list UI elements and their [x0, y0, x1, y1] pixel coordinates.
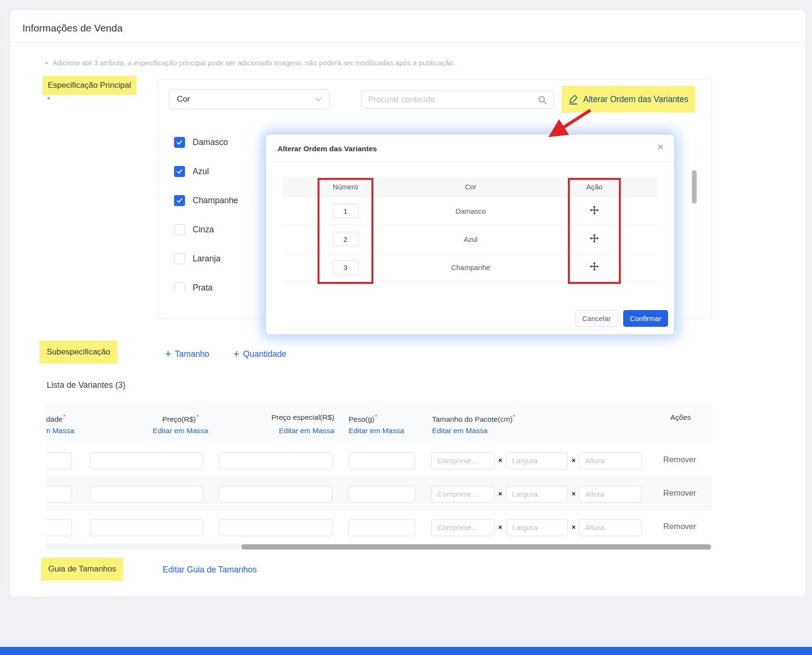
quantity-input[interactable]	[46, 452, 72, 469]
column-header-peso: Peso(g)*	[349, 413, 377, 424]
confirm-button[interactable]: Confirmar	[623, 310, 668, 327]
price-input[interactable]	[90, 486, 203, 503]
column-label: Peso(g)	[349, 415, 374, 423]
spec-option-laranja[interactable]: Laranja	[174, 253, 220, 264]
length-input[interactable]	[431, 519, 494, 536]
plus-icon: +	[233, 349, 239, 359]
move-icon[interactable]	[590, 206, 599, 215]
order-number-input[interactable]	[333, 260, 359, 274]
remove-button[interactable]: Remover	[663, 522, 696, 531]
special-price-input[interactable]	[219, 519, 333, 536]
quantity-input[interactable]	[46, 519, 72, 536]
special-price-input[interactable]	[219, 486, 333, 503]
checkbox-checked[interactable]	[174, 195, 185, 206]
size-guide-label: Guia de Tamanhos	[41, 558, 123, 581]
reorder-row: Champanhe	[283, 253, 658, 281]
table-header-row: Número Cor Ação	[283, 177, 658, 197]
quantity-input[interactable]	[46, 486, 72, 503]
spec-type-select[interactable]: Cor	[169, 89, 330, 109]
price-input[interactable]	[90, 452, 203, 469]
height-input[interactable]	[579, 452, 642, 469]
column-header-acao: Ação	[568, 183, 621, 191]
add-tamanho-link[interactable]: + Tamanho	[165, 349, 209, 359]
horizontal-scrollbar[interactable]	[46, 544, 712, 550]
spec-option-damasco[interactable]: Damasco	[174, 137, 228, 148]
vertical-scrollbar[interactable]	[692, 170, 697, 204]
weight-input[interactable]	[349, 486, 415, 503]
search-input[interactable]	[368, 95, 538, 104]
reorder-variants-label: Alterar Ordem das Variantes	[583, 94, 688, 104]
checkbox-unchecked[interactable]	[174, 253, 185, 264]
bottom-bar	[0, 647, 812, 655]
color-cell: Azul	[373, 235, 568, 243]
reorder-row: Damasco	[283, 197, 658, 225]
dimension-separator: ×	[498, 457, 502, 464]
cancel-button[interactable]: Cancelar	[576, 310, 617, 327]
bulk-edit-preco-especial[interactable]: Editar em Massa	[277, 426, 334, 435]
spec-option-azul[interactable]: Azul	[174, 166, 209, 177]
spec-option-prata[interactable]: Prata	[174, 282, 213, 291]
page-title: Informações de Venda	[22, 22, 123, 34]
column-label: Tamanho do Pacote(cm)	[432, 415, 513, 423]
main-spec-label: Especificação Principal	[42, 76, 136, 95]
close-icon[interactable]: ×	[657, 141, 664, 153]
page: Informações de Venda •Adicione até 3 atr…	[0, 0, 812, 655]
bulk-edit-peso[interactable]: Editar em Massa	[349, 426, 404, 435]
width-input[interactable]	[506, 519, 568, 536]
column-header-cor: Cor	[373, 183, 568, 191]
required-asterisk: *	[47, 96, 50, 104]
column-header-tamanho-pacote: Tamanho do Pacote(cm)*	[432, 413, 515, 424]
spec-option-cinza[interactable]: Cinza	[174, 224, 214, 235]
order-number-input[interactable]	[333, 232, 359, 246]
required-asterisk: *	[63, 413, 65, 420]
move-icon[interactable]	[590, 234, 599, 243]
add-quantidade-label: Quantidade	[243, 349, 287, 359]
width-input[interactable]	[506, 486, 568, 503]
reorder-table-body: DamascoAzulChampanhe	[283, 197, 658, 281]
edit-size-guide-link[interactable]: Editar Guia de Tamanhos	[163, 565, 257, 575]
checkbox-checked[interactable]	[174, 137, 185, 148]
column-header-preco: Preço(R$)*	[151, 413, 210, 424]
drag-handle[interactable]	[568, 234, 621, 244]
remove-button[interactable]: Remover	[663, 489, 696, 498]
column-header-numero: Número	[318, 183, 373, 191]
reorder-modal: Alterar Ordem das Variantes × Número Cor…	[266, 135, 674, 334]
remove-button[interactable]: Remover	[663, 455, 696, 465]
variant-row: ××Remover	[46, 511, 712, 544]
length-input[interactable]	[431, 486, 494, 503]
checkbox-unchecked[interactable]	[174, 282, 185, 291]
bulk-edit-preco[interactable]: Editar em Massa	[151, 426, 210, 435]
plus-icon: +	[165, 349, 171, 359]
add-tamanho-label: Tamanho	[175, 349, 209, 359]
variants-table-header: Quantidade* Editar em Massa Preço(R$)* E…	[46, 403, 712, 444]
checkbox-unchecked[interactable]	[174, 224, 185, 235]
dimension-separator: ×	[572, 490, 576, 498]
add-quantidade-link[interactable]: + Quantidade	[233, 349, 286, 359]
width-input[interactable]	[506, 452, 568, 469]
color-cell: Champanhe	[373, 263, 568, 271]
height-input[interactable]	[579, 486, 642, 503]
edit-pen-icon	[569, 94, 578, 104]
weight-input[interactable]	[349, 452, 415, 469]
checkbox-checked[interactable]	[174, 166, 185, 177]
price-input[interactable]	[90, 519, 203, 536]
search-icon[interactable]	[538, 95, 547, 104]
dimension-separator: ×	[572, 523, 576, 531]
weight-input[interactable]	[349, 519, 415, 536]
option-label: Azul	[193, 166, 209, 177]
special-price-input[interactable]	[219, 452, 333, 469]
height-input[interactable]	[579, 519, 642, 536]
length-input[interactable]	[431, 452, 494, 469]
note-text: Adicione até 3 atributo, a especificação…	[52, 59, 455, 67]
drag-handle[interactable]	[568, 262, 621, 272]
order-number-input[interactable]	[333, 204, 359, 218]
bulk-edit-quantidade[interactable]: Editar em Massa	[46, 426, 74, 435]
move-icon[interactable]	[590, 262, 599, 271]
reorder-row: Azul	[283, 225, 658, 253]
reorder-variants-link[interactable]: Alterar Ordem das Variantes	[562, 86, 695, 113]
bulk-edit-tamanho-pacote[interactable]: Editar em Massa	[432, 426, 487, 435]
required-asterisk: *	[196, 413, 199, 420]
spec-option-champanhe[interactable]: Champanhe	[174, 195, 238, 206]
drag-handle[interactable]	[568, 206, 621, 216]
horizontal-scrollbar-thumb[interactable]	[241, 544, 711, 550]
